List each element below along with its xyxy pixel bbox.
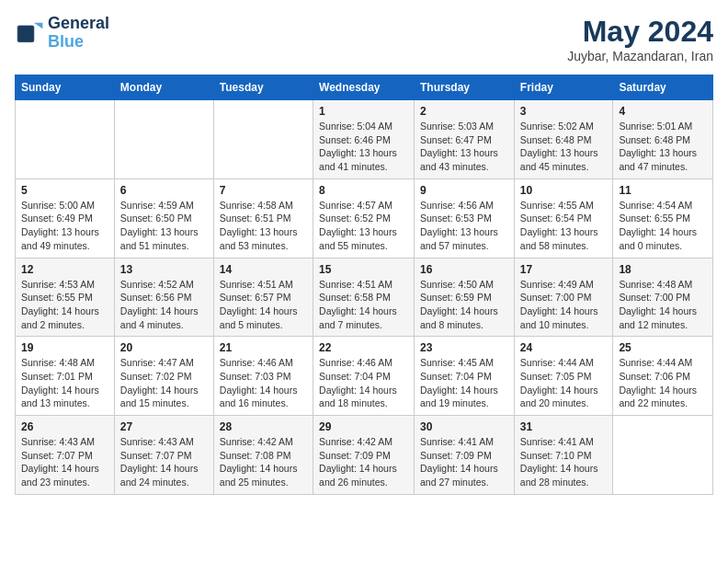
day-number: 24 — [520, 341, 608, 354]
page-header: General Blue May 2024 Juybar, Mazandaran… — [15, 15, 713, 63]
day-number: 21 — [220, 341, 307, 354]
day-info: Sunrise: 4:59 AM Sunset: 6:50 PM Dayligh… — [120, 199, 208, 253]
day-info: Sunrise: 4:42 AM Sunset: 7:08 PM Dayligh… — [220, 435, 307, 489]
calendar-cell: 12Sunrise: 4:53 AM Sunset: 6:55 PM Dayli… — [16, 258, 115, 337]
day-info: Sunrise: 4:58 AM Sunset: 6:51 PM Dayligh… — [220, 199, 307, 253]
calendar-cell: 30Sunrise: 4:41 AM Sunset: 7:09 PM Dayli… — [415, 416, 515, 495]
day-number: 31 — [520, 420, 608, 433]
logo-text: General Blue — [48, 15, 109, 52]
calendar-cell: 18Sunrise: 4:48 AM Sunset: 7:00 PM Dayli… — [613, 258, 713, 337]
day-info: Sunrise: 5:02 AM Sunset: 6:48 PM Dayligh… — [520, 120, 608, 174]
day-number: 8 — [319, 184, 408, 197]
calendar-week-row: 12Sunrise: 4:53 AM Sunset: 6:55 PM Dayli… — [16, 258, 713, 337]
calendar-cell: 11Sunrise: 4:54 AM Sunset: 6:55 PM Dayli… — [613, 178, 713, 258]
calendar-cell: 15Sunrise: 4:51 AM Sunset: 6:58 PM Dayli… — [313, 258, 415, 337]
calendar-cell: 28Sunrise: 4:42 AM Sunset: 7:08 PM Dayli… — [213, 416, 313, 495]
day-info: Sunrise: 4:54 AM Sunset: 6:55 PM Dayligh… — [619, 199, 707, 253]
calendar-cell: 22Sunrise: 4:46 AM Sunset: 7:04 PM Dayli… — [313, 337, 415, 416]
logo-icon — [15, 18, 44, 48]
day-number: 28 — [220, 420, 307, 433]
weekday-header-sunday: Sunday — [16, 75, 115, 100]
weekday-header-thursday: Thursday — [415, 75, 515, 100]
day-number: 2 — [420, 105, 508, 118]
calendar-cell: 31Sunrise: 4:41 AM Sunset: 7:10 PM Dayli… — [514, 416, 613, 495]
day-info: Sunrise: 5:00 AM Sunset: 6:49 PM Dayligh… — [21, 199, 108, 253]
day-info: Sunrise: 4:43 AM Sunset: 7:07 PM Dayligh… — [21, 435, 108, 489]
day-info: Sunrise: 5:03 AM Sunset: 6:47 PM Dayligh… — [420, 120, 508, 174]
calendar-week-row: 26Sunrise: 4:43 AM Sunset: 7:07 PM Dayli… — [16, 416, 713, 495]
weekday-header-wednesday: Wednesday — [313, 75, 415, 100]
day-info: Sunrise: 4:44 AM Sunset: 7:05 PM Dayligh… — [520, 356, 608, 410]
day-info: Sunrise: 4:48 AM Sunset: 7:00 PM Dayligh… — [619, 278, 707, 332]
day-number: 25 — [619, 341, 707, 354]
day-info: Sunrise: 4:43 AM Sunset: 7:07 PM Dayligh… — [120, 435, 208, 489]
day-info: Sunrise: 4:49 AM Sunset: 7:00 PM Dayligh… — [520, 278, 608, 332]
day-number: 6 — [120, 184, 208, 197]
calendar-cell: 1Sunrise: 5:04 AM Sunset: 6:46 PM Daylig… — [313, 100, 415, 179]
weekday-header-monday: Monday — [114, 75, 213, 100]
calendar-week-row: 5Sunrise: 5:00 AM Sunset: 6:49 PM Daylig… — [16, 178, 713, 258]
day-number: 26 — [21, 420, 108, 433]
day-info: Sunrise: 4:57 AM Sunset: 6:52 PM Dayligh… — [319, 199, 408, 253]
day-number: 12 — [21, 263, 108, 276]
day-info: Sunrise: 4:48 AM Sunset: 7:01 PM Dayligh… — [21, 356, 108, 410]
calendar-cell: 26Sunrise: 4:43 AM Sunset: 7:07 PM Dayli… — [16, 416, 115, 495]
calendar-cell: 21Sunrise: 4:46 AM Sunset: 7:03 PM Dayli… — [213, 337, 313, 416]
calendar-cell: 7Sunrise: 4:58 AM Sunset: 6:51 PM Daylig… — [213, 178, 313, 258]
calendar-cell: 23Sunrise: 4:45 AM Sunset: 7:04 PM Dayli… — [415, 337, 515, 416]
calendar-cell: 17Sunrise: 4:49 AM Sunset: 7:00 PM Dayli… — [514, 258, 613, 337]
calendar-cell — [613, 416, 713, 495]
day-number: 4 — [619, 105, 707, 118]
calendar-cell: 8Sunrise: 4:57 AM Sunset: 6:52 PM Daylig… — [313, 178, 415, 258]
calendar-cell — [16, 100, 115, 179]
month-title: May 2024 — [567, 15, 713, 49]
day-info: Sunrise: 5:01 AM Sunset: 6:48 PM Dayligh… — [619, 120, 707, 174]
svg-rect-0 — [17, 26, 34, 42]
day-info: Sunrise: 4:50 AM Sunset: 6:59 PM Dayligh… — [420, 278, 508, 332]
day-number: 11 — [619, 184, 707, 197]
day-info: Sunrise: 4:53 AM Sunset: 6:55 PM Dayligh… — [21, 278, 108, 332]
day-number: 16 — [420, 263, 508, 276]
day-info: Sunrise: 4:51 AM Sunset: 6:57 PM Dayligh… — [220, 278, 307, 332]
day-info: Sunrise: 4:52 AM Sunset: 6:56 PM Dayligh… — [120, 278, 208, 332]
day-number: 7 — [220, 184, 307, 197]
calendar-table: SundayMondayTuesdayWednesdayThursdayFrid… — [15, 75, 713, 495]
day-number: 18 — [619, 263, 707, 276]
day-info: Sunrise: 4:51 AM Sunset: 6:58 PM Dayligh… — [319, 278, 408, 332]
day-number: 29 — [319, 420, 408, 433]
day-number: 9 — [420, 184, 508, 197]
day-info: Sunrise: 4:41 AM Sunset: 7:10 PM Dayligh… — [520, 435, 608, 489]
calendar-cell: 25Sunrise: 4:44 AM Sunset: 7:06 PM Dayli… — [613, 337, 713, 416]
day-number: 13 — [120, 263, 208, 276]
day-number: 23 — [420, 341, 508, 354]
calendar-cell: 6Sunrise: 4:59 AM Sunset: 6:50 PM Daylig… — [114, 178, 213, 258]
calendar-week-row: 1Sunrise: 5:04 AM Sunset: 6:46 PM Daylig… — [16, 100, 713, 179]
day-info: Sunrise: 4:55 AM Sunset: 6:54 PM Dayligh… — [520, 199, 608, 253]
day-number: 19 — [21, 341, 108, 354]
day-info: Sunrise: 4:44 AM Sunset: 7:06 PM Dayligh… — [619, 356, 707, 410]
day-info: Sunrise: 4:56 AM Sunset: 6:53 PM Dayligh… — [420, 199, 508, 253]
day-info: Sunrise: 4:45 AM Sunset: 7:04 PM Dayligh… — [420, 356, 508, 410]
day-number: 27 — [120, 420, 208, 433]
calendar-cell — [213, 100, 313, 179]
day-number: 22 — [319, 341, 408, 354]
calendar-cell: 3Sunrise: 5:02 AM Sunset: 6:48 PM Daylig… — [514, 100, 613, 179]
day-info: Sunrise: 4:46 AM Sunset: 7:04 PM Dayligh… — [319, 356, 408, 410]
weekday-header-saturday: Saturday — [613, 75, 713, 100]
day-number: 20 — [120, 341, 208, 354]
weekday-header-row: SundayMondayTuesdayWednesdayThursdayFrid… — [16, 75, 713, 100]
day-number: 30 — [420, 420, 508, 433]
day-info: Sunrise: 4:47 AM Sunset: 7:02 PM Dayligh… — [120, 356, 208, 410]
calendar-cell: 4Sunrise: 5:01 AM Sunset: 6:48 PM Daylig… — [613, 100, 713, 179]
calendar-cell: 24Sunrise: 4:44 AM Sunset: 7:05 PM Dayli… — [514, 337, 613, 416]
calendar-cell: 27Sunrise: 4:43 AM Sunset: 7:07 PM Dayli… — [114, 416, 213, 495]
calendar-cell: 20Sunrise: 4:47 AM Sunset: 7:02 PM Dayli… — [114, 337, 213, 416]
calendar-cell: 19Sunrise: 4:48 AM Sunset: 7:01 PM Dayli… — [16, 337, 115, 416]
day-info: Sunrise: 4:46 AM Sunset: 7:03 PM Dayligh… — [220, 356, 307, 410]
location: Juybar, Mazandaran, Iran — [567, 49, 713, 63]
day-number: 3 — [520, 105, 608, 118]
calendar-cell — [114, 100, 213, 179]
day-number: 10 — [520, 184, 608, 197]
day-number: 14 — [220, 263, 307, 276]
calendar-cell: 16Sunrise: 4:50 AM Sunset: 6:59 PM Dayli… — [415, 258, 515, 337]
